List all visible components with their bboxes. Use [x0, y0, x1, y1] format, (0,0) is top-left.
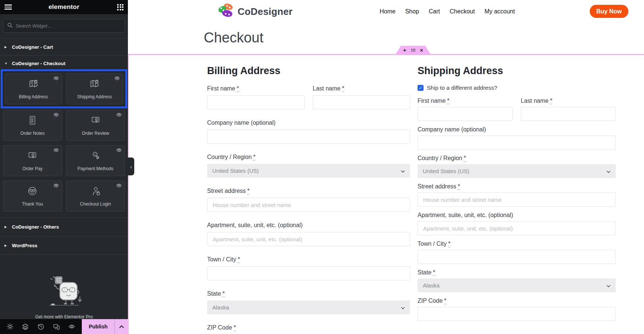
codesigner-badge-icon	[116, 147, 122, 154]
select-value: United States (US)	[423, 168, 469, 174]
publish-options-chevron[interactable]	[115, 319, 128, 334]
widget-card-order-notes[interactable]: Order Notes	[3, 110, 62, 141]
add-section-icon[interactable]: +	[403, 48, 406, 53]
billing-company-name-optional-field: Company name (optional)	[207, 119, 410, 144]
billing-first-name-input[interactable]	[207, 95, 305, 109]
field-label: Street address*	[207, 187, 410, 195]
shipping-last-name-input[interactable]	[521, 107, 616, 121]
chevron-down-icon	[401, 304, 405, 311]
shipping-street-address-input[interactable]	[418, 193, 616, 207]
publish-button[interactable]: Publish	[82, 319, 115, 334]
nav-item-home[interactable]: Home	[380, 8, 396, 15]
history-icon[interactable]	[36, 321, 46, 332]
widget-label: Order Pay	[22, 166, 43, 171]
field-label: First name*	[418, 97, 513, 105]
search-icon	[7, 22, 13, 29]
billing-street-address-input[interactable]	[207, 198, 410, 212]
widget-card-payment-methods[interactable]: $Payment Methods	[66, 145, 125, 176]
shipping-town-city-input[interactable]	[418, 250, 616, 264]
section-wordpress[interactable]: ▶ WordPress	[0, 236, 128, 255]
field-label: Apartment, suite, unit, etc. (optional)	[207, 222, 410, 229]
ship-different-address-checkbox-row[interactable]: ✓ Ship to a different address?	[418, 85, 616, 91]
widget-card-billing-address[interactable]: $Billing Address	[5, 73, 62, 104]
section-left-border	[128, 54, 129, 334]
widget-card-checkout-login[interactable]: Checkout Login	[66, 181, 125, 211]
widget-card-order-pay[interactable]: $Order Pay	[3, 145, 62, 176]
site-logo[interactable]: CoDesigner	[218, 3, 293, 20]
field-label: Company name (optional)	[207, 119, 410, 127]
select-value: United States (US)	[212, 168, 259, 174]
shipping-company-name-optional-field: Company name (optional)	[418, 126, 616, 150]
shipping-company-name-optional-input[interactable]	[418, 136, 616, 150]
required-asterisk: *	[444, 298, 446, 304]
widget-label: Thank You	[22, 201, 43, 207]
field-label: Country / Region*	[418, 155, 616, 162]
billing-state-select[interactable]: Alaska	[207, 300, 410, 314]
section-top-border	[128, 54, 644, 55]
close-section-icon[interactable]: ×	[420, 48, 423, 53]
billing-name-row: First name*Last name*	[207, 85, 410, 119]
required-asterisk: *	[433, 269, 435, 276]
select-value: Alaska	[423, 282, 439, 289]
required-asterisk: *	[238, 256, 240, 263]
widget-label: Shipping Address	[77, 94, 112, 99]
widget-card-order-review[interactable]: Order Review	[66, 110, 125, 141]
required-asterisk: *	[253, 154, 255, 160]
panel-collapse-handle[interactable]: ‹	[128, 158, 134, 175]
selected-widgets-outline: $Billing Address$Shipping Address	[1, 69, 127, 108]
brand-name: CoDesigner	[238, 6, 293, 18]
svg-text:$: $	[94, 153, 96, 156]
field-label: State*	[418, 269, 616, 276]
billing-apartment-suite-unit-etc-optional-input[interactable]	[207, 232, 410, 246]
nav-item-cart[interactable]: Cart	[429, 8, 440, 15]
required-asterisk: *	[237, 85, 239, 92]
widget-label: Billing Address	[19, 94, 48, 99]
required-asterisk: *	[550, 98, 552, 104]
billing-town-city-input[interactable]	[207, 266, 410, 280]
section-codesigner-cart[interactable]: ▶ CoDesigner - Cart	[0, 38, 128, 55]
nav-item-shop[interactable]: Shop	[405, 8, 419, 15]
section-codesigner-others[interactable]: ▶ CoDesigner - Others	[0, 217, 128, 236]
field-label: Country / Region*	[207, 153, 410, 161]
billing-street-address-field: Street address*	[207, 187, 410, 212]
widget-label: Payment Methods	[77, 166, 113, 171]
shipping-name-row: First name*Last name*	[418, 97, 616, 126]
codesigner-badge-icon	[53, 147, 59, 154]
shipping-first-name-input[interactable]	[418, 107, 513, 121]
widget-card-thank-you[interactable]: Thank You	[3, 181, 62, 211]
shipping-last-name-field: Last name*	[521, 97, 616, 121]
settings-icon[interactable]	[5, 321, 15, 332]
required-asterisk: *	[342, 85, 344, 92]
widget-card-shipping-address[interactable]: $Shipping Address	[66, 73, 123, 104]
required-asterisk: *	[458, 183, 460, 190]
checkbox-checked-icon[interactable]: ✓	[418, 85, 424, 91]
billing-zip-code-field: ZIP Code*	[207, 324, 410, 334]
widget-label: Order Notes	[20, 131, 45, 136]
shipping-zip-code-input[interactable]	[418, 307, 616, 321]
shipping-state-select[interactable]: Alaska	[418, 279, 616, 292]
billing-company-name-optional-input[interactable]	[207, 130, 410, 144]
navigator-icon[interactable]	[20, 321, 30, 332]
codesigner-badge-icon	[116, 112, 122, 119]
required-asterisk: *	[234, 324, 236, 331]
field-label: State*	[207, 290, 410, 298]
svg-text:$: $	[30, 82, 32, 84]
shipping-apartment-suite-unit-etc-optional-input[interactable]	[418, 221, 616, 235]
shipping-country-region-select[interactable]: United States (US)	[418, 164, 616, 178]
preview-icon[interactable]	[67, 321, 77, 332]
billing-country-region-field: Country / Region*United States (US)	[207, 153, 410, 178]
responsive-icon[interactable]	[51, 321, 62, 332]
caret-right-icon: ▶	[4, 225, 8, 229]
nav-item-checkout[interactable]: Checkout	[450, 8, 475, 15]
buy-now-button[interactable]: Buy Now	[590, 5, 628, 18]
drag-section-icon[interactable]	[411, 49, 415, 52]
shipping-address-form: Shipping Address ✓ Ship to a different a…	[418, 66, 616, 334]
search-input[interactable]	[16, 23, 121, 29]
field-label: First name*	[207, 85, 305, 92]
widget-grid: $Billing Address$Shipping Address Order …	[0, 69, 128, 217]
nav-item-my-account[interactable]: My account	[484, 8, 515, 15]
get-elementor-pro-link[interactable]: Get more with Elementor Pro	[0, 314, 128, 319]
billing-country-region-select[interactable]: United States (US)	[207, 164, 410, 178]
billing-last-name-input[interactable]	[313, 95, 410, 109]
apps-grid-icon[interactable]	[117, 4, 123, 10]
